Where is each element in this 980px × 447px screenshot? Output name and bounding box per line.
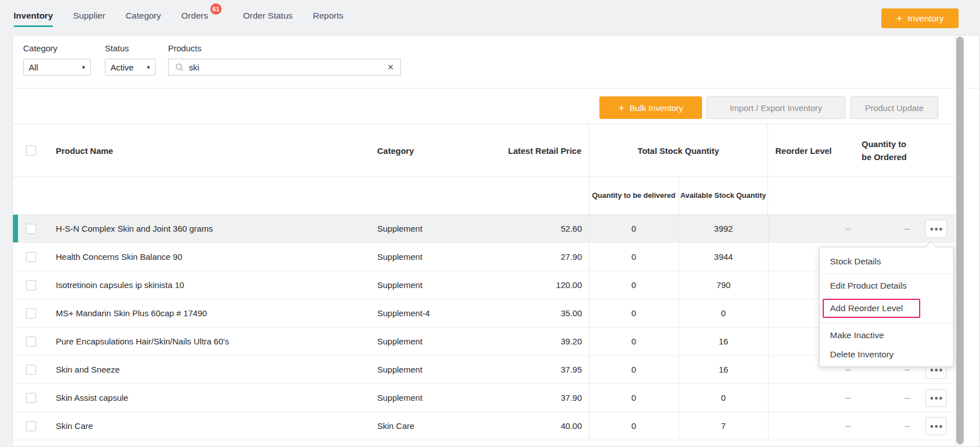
product-name-cell: H-S-N Complex Skin and Joint 360 grams [56, 215, 213, 242]
chevron-down-icon: ▾ [147, 64, 150, 71]
row-checkbox[interactable] [26, 337, 36, 347]
row-checkbox[interactable] [26, 393, 36, 403]
import-export-inventory-button[interactable]: Import / Export Inventory [707, 96, 845, 119]
row-actions-menu: Stock DetailsEdit Product DetailsAdd Reo… [819, 247, 953, 367]
latest-retail-price-cell: 35.00 [519, 299, 582, 327]
category-cell: Supplement [377, 384, 422, 411]
products-filter-label: Products [168, 43, 201, 53]
product-name-cell: Skin and Sneeze [56, 356, 120, 383]
add-inventory-button[interactable]: + Inventory [881, 8, 959, 28]
row-checkbox[interactable] [26, 365, 36, 375]
bulk-inventory-button[interactable]: + Bulk Inventory [599, 96, 702, 119]
row-actions-button[interactable] [925, 389, 947, 407]
subheader-available-stock-quantity: Available Stock Quantity [678, 177, 768, 214]
row-checkbox[interactable] [26, 224, 36, 234]
row-checkbox[interactable] [26, 308, 36, 318]
ellipsis-dot [935, 425, 938, 428]
plus-icon: + [618, 103, 624, 113]
latest-retail-price-cell: 120.00 [519, 271, 582, 299]
menu-divider [820, 273, 953, 274]
menu-item-delete-inventory[interactable]: Delete Inventory [820, 345, 953, 364]
row-actions-button[interactable] [925, 417, 947, 435]
category-cell: Supplement [377, 215, 422, 242]
available-stock-quantity-cell: 3944 [678, 243, 768, 271]
reorder-level-cell: -- [768, 384, 851, 411]
ellipsis-dot [930, 228, 933, 231]
quantity-to-be-ordered-cell: -- [851, 412, 910, 440]
tab-label: Orders [182, 11, 208, 20]
available-stock-quantity-cell: 790 [678, 271, 768, 299]
row-checkbox[interactable] [26, 421, 36, 431]
header-category: Category [377, 145, 414, 155]
quantity-to-be-delivered-cell: 0 [589, 215, 678, 242]
tab-order-status[interactable]: Order Status [243, 11, 293, 21]
ellipsis-dot [939, 425, 942, 428]
menu-divider [820, 323, 953, 324]
table-row: Skin and SneezeSupplement37.95016---- [13, 356, 955, 384]
ellipsis-dot [935, 228, 938, 231]
inventory-panel: Category Status Products All ▾ Active ▾ … [12, 35, 980, 447]
quantity-to-be-ordered-cell: -- [851, 215, 910, 242]
table-row: Skin CareSkin Care40.0007---- [13, 412, 955, 440]
row-checkbox[interactable] [26, 252, 36, 262]
search-query-text: ski [189, 63, 199, 72]
category-filter-label: Category [23, 43, 58, 53]
clear-search-icon[interactable]: × [387, 62, 394, 72]
menu-item-add-reorder-level[interactable]: Add Reorder Level [823, 299, 920, 318]
row-actions-button[interactable] [925, 220, 947, 238]
product-name-cell: Skin Assist capsule [56, 384, 128, 411]
menu-item-make-inactive[interactable]: Make Inactive [820, 326, 953, 345]
select-all-checkbox[interactable] [26, 145, 36, 156]
product-name-cell: MS+ Mandarin Skin Plus 60cap # 17490 [56, 299, 207, 327]
ellipsis-dot [939, 369, 942, 371]
quantity-to-be-ordered-cell: -- [851, 384, 910, 411]
ellipsis-dot [935, 397, 938, 400]
product-update-button[interactable]: Product Update [850, 96, 938, 119]
tab-supplier[interactable]: Supplier [73, 11, 105, 21]
table-row: MS+ Mandarin Skin Plus 60cap # 17490Supp… [13, 299, 955, 327]
products-search-input[interactable]: ski × [168, 59, 401, 76]
status-select[interactable]: Active ▾ [105, 59, 156, 76]
available-stock-quantity-cell: 3992 [678, 215, 768, 242]
available-stock-quantity-cell: 16 [678, 327, 768, 355]
available-stock-quantity-cell: 0 [678, 299, 768, 327]
table-row: Health Concerns Skin Balance 90Supplemen… [13, 243, 955, 271]
menu-item-stock-details[interactable]: Stock Details [820, 252, 953, 271]
product-name-cell: Skin Care [56, 412, 93, 440]
ellipsis-dot [939, 397, 942, 400]
product-name-cell: Health Concerns Skin Balance 90 [56, 243, 182, 271]
quantity-to-be-delivered-cell: 0 [589, 384, 678, 411]
category-cell: Supplement-4 [377, 299, 430, 327]
category-cell: Supplement [377, 356, 422, 383]
bulk-inventory-label: Bulk Inventory [630, 103, 683, 113]
tab-reports[interactable]: Reports [313, 11, 343, 21]
header-latest-retail-price: Latest Retail Price [508, 143, 582, 157]
table-row: Skin Assist capsuleSupplement37.9000---- [13, 384, 955, 412]
quantity-to-be-delivered-cell: 0 [589, 412, 678, 440]
tab-category[interactable]: Category [126, 11, 161, 21]
vertical-scrollbar [955, 36, 965, 446]
product-name-cell: Pure Encapsulations Hair/Skin/Nails Ultr… [56, 327, 229, 355]
row-checkbox[interactable] [26, 280, 36, 290]
orders-count-badge: 61 [210, 3, 222, 15]
status-select-value: Active [111, 63, 134, 72]
header-total-stock-quantity-group: Total Stock Quantity [589, 124, 768, 176]
selected-row-indicator [13, 215, 18, 242]
ellipsis-dot [935, 369, 938, 371]
product-name-cell: Isotretinoin capsules ip skinista 10 [56, 271, 184, 299]
tab-label: Supplier [73, 11, 105, 20]
quantity-to-be-delivered-cell: 0 [589, 299, 678, 327]
table-header: Product Name Category Latest Retail Pric… [13, 123, 955, 177]
table-subheader: Quantity to be delivered Available Stock… [13, 177, 955, 215]
category-cell: Supplement [377, 243, 422, 271]
tab-inventory[interactable]: Inventory [14, 11, 53, 21]
status-filter-label: Status [105, 43, 129, 53]
header-total-stock-quantity: Total Stock Quantity [589, 145, 767, 155]
ellipsis-dot [930, 369, 933, 371]
table-row: Pure Encapsulations Hair/Skin/Nails Ultr… [13, 327, 955, 356]
category-select[interactable]: All ▾ [23, 59, 91, 76]
scrollbar-thumb[interactable] [956, 37, 964, 444]
search-icon [175, 63, 184, 72]
tab-orders[interactable]: Orders61 [182, 11, 208, 21]
menu-item-edit-product-details[interactable]: Edit Product Details [820, 276, 953, 295]
